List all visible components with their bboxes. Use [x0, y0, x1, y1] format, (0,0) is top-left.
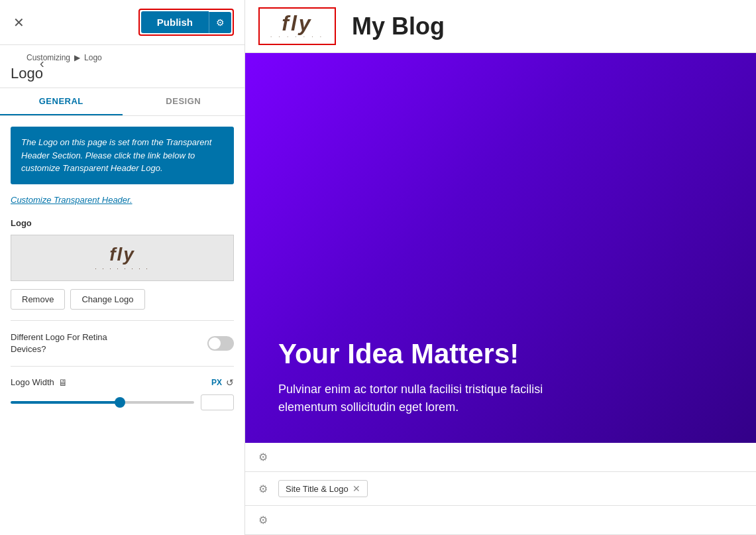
widget-row-1: ⚙ [245, 443, 756, 472]
preview-header: fly · · · · · · · My Blog [245, 0, 756, 53]
logo-field-label: Logo [11, 218, 234, 228]
change-logo-button[interactable]: Change Logo [70, 289, 144, 310]
preview-logo-sub: · · · · · · · [270, 34, 324, 40]
hero-title: Your Idea Matters! [278, 338, 723, 370]
preview-site-title: My Blog [352, 13, 445, 40]
customizer-panel: ✕ Publish ⚙ ‹ Customizing ▶ Logo Logo GE… [0, 0, 245, 535]
close-button[interactable]: ✕ [11, 12, 27, 33]
widget-row-2: ⚙ Site Title & Logo ✕ [245, 472, 756, 506]
retina-label: Different Logo For Retina Devices? [11, 331, 107, 355]
logo-width-row: Logo Width 🖥 PX ↺ [11, 377, 234, 388]
hero-section: Your Idea Matters! Pulvinar enim ac tort… [245, 53, 756, 443]
monitor-icon: 🖥 [58, 377, 68, 388]
back-button[interactable]: ‹ [40, 56, 44, 71]
retina-toggle[interactable] [207, 336, 234, 351]
divider-1 [11, 320, 234, 321]
logo-buttons: Remove Change Logo [11, 289, 234, 310]
logo-width-slider[interactable] [11, 401, 194, 404]
logo-width-text: Logo Width [11, 377, 54, 387]
retina-toggle-row: Different Logo For Retina Devices? [11, 331, 234, 355]
toggle-slider [207, 336, 234, 351]
logo-preview: fly · · · · · · · · [11, 235, 234, 281]
logo-width-slider-row [11, 394, 234, 410]
breadcrumb-separator: ▶ [74, 53, 80, 62]
breadcrumb-section: ‹ Customizing ▶ Logo Logo [0, 45, 244, 88]
publish-settings-button[interactable]: ⚙ [209, 12, 231, 33]
preview-panel: fly · · · · · · · My Blog Your Idea Matt… [245, 0, 756, 535]
logo-width-input[interactable] [201, 394, 234, 410]
breadcrumb-parent: Customizing [27, 53, 70, 62]
hero-subtitle: Pulvinar enim ac tortor nulla facilisi t… [278, 381, 723, 416]
preview-logo-box: fly · · · · · · · [258, 7, 336, 45]
logo-fly-text: fly [95, 244, 150, 265]
tabs-bar: GENERAL DESIGN [0, 88, 244, 116]
logo-sub-text: · · · · · · · · [95, 265, 150, 272]
customize-transparent-header-link[interactable]: Customize Transparent Header. [11, 195, 234, 205]
panel-content: The Logo on this page is set from the Tr… [0, 116, 244, 535]
widget-gear-icon-2[interactable]: ⚙ [258, 483, 268, 495]
site-title-logo-tag: Site Title & Logo ✕ [278, 480, 368, 497]
publish-area: Publish ⚙ [138, 9, 234, 36]
tab-design[interactable]: DESIGN [123, 88, 245, 115]
remove-logo-button[interactable]: Remove [11, 289, 65, 310]
px-reset-row: PX ↺ [211, 377, 234, 388]
top-bar: ✕ Publish ⚙ [0, 0, 244, 45]
preview-logo-fly: fly [282, 13, 312, 34]
tab-general[interactable]: GENERAL [0, 88, 123, 115]
widget-row-3: ⚙ [245, 506, 756, 535]
widget-tag-label: Site Title & Logo [286, 484, 349, 494]
publish-button[interactable]: Publish [141, 11, 209, 33]
info-box: The Logo on this page is set from the Tr… [11, 127, 234, 184]
breadcrumb-current: Logo [84, 53, 102, 62]
logo-width-label: Logo Width 🖥 [11, 377, 68, 388]
divider-2 [11, 366, 234, 367]
widget-gear-icon-3[interactable]: ⚙ [258, 514, 268, 526]
widget-tag-close[interactable]: ✕ [352, 483, 360, 494]
widget-area: ⚙ ⚙ Site Title & Logo ✕ ⚙ [245, 443, 756, 535]
reset-icon[interactable]: ↺ [226, 377, 234, 388]
px-label: PX [211, 378, 222, 387]
widget-gear-icon-1[interactable]: ⚙ [258, 451, 268, 463]
